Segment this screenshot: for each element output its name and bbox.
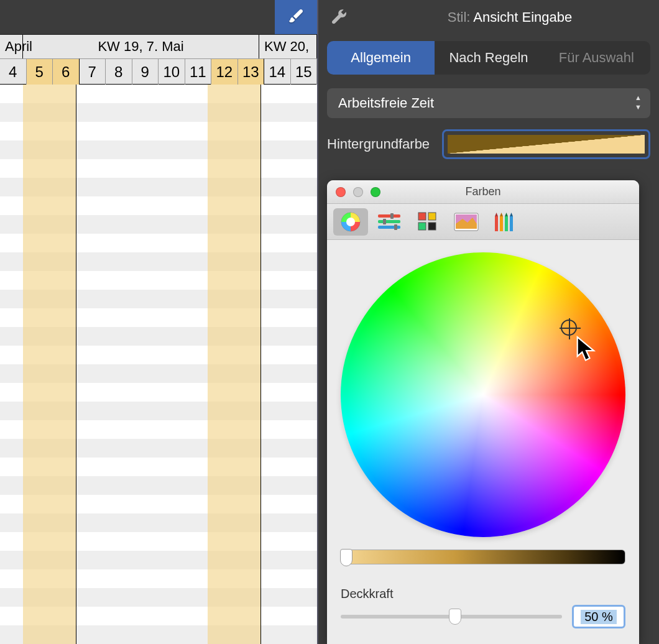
calendar-day-cell[interactable]: 9 <box>132 58 159 85</box>
color-picker-titlebar[interactable]: Farben <box>327 180 639 204</box>
calendar-day-cell[interactable]: 8 <box>106 58 132 85</box>
calendar-day-cell[interactable]: 12 <box>211 58 238 85</box>
calendar-week-label: April <box>0 35 23 58</box>
color-picker-body: Deckkraft 50 % <box>327 240 639 628</box>
calendar-day-cell[interactable]: 11 <box>185 58 212 85</box>
color-sliders-tab[interactable] <box>372 208 407 236</box>
calendar-week-label: KW 19, 7. Mai <box>23 35 259 58</box>
color-picker-tab-row <box>327 204 639 240</box>
color-image-tab[interactable] <box>449 208 484 236</box>
nonworking-highlight <box>23 85 76 644</box>
calendar-day-cell[interactable]: 10 <box>159 58 185 85</box>
svg-marker-18 <box>500 213 503 216</box>
tab-general[interactable]: Allgemein <box>327 41 435 75</box>
svg-rect-10 <box>428 213 436 220</box>
color-picker-title: Farben <box>327 185 639 198</box>
style-target-dropdown[interactable]: Arbeitsfreie Zeit ▲▼ <box>327 88 650 118</box>
svg-rect-8 <box>394 224 397 230</box>
style-brush-button[interactable] <box>275 0 317 34</box>
calendar-day-cell[interactable]: 14 <box>264 58 291 85</box>
inspector-title-label: Stil: <box>448 9 471 25</box>
sliders-icon <box>377 213 402 231</box>
calendar-day-cell[interactable]: 5 <box>27 58 53 85</box>
background-color-row: Hintergrundfarbe <box>327 129 650 159</box>
opacity-thumb[interactable] <box>449 609 461 625</box>
opacity-label: Deckkraft <box>341 587 625 601</box>
calendar-day-cell[interactable]: 4 <box>0 58 27 85</box>
svg-rect-11 <box>418 223 426 230</box>
calendar-day-cell[interactable]: 13 <box>238 58 265 85</box>
calendar-day-cell[interactable]: 15 <box>291 58 318 85</box>
calendar-day-cell[interactable]: 7 <box>80 58 106 85</box>
calendar-week-row: AprilKW 19, 7. MaiKW 20, <box>0 35 317 58</box>
settings-wrench-button[interactable] <box>318 0 361 35</box>
calendar-body <box>0 85 317 644</box>
background-color-swatch[interactable] <box>442 129 650 159</box>
chevron-updown-icon: ▲▼ <box>635 93 642 111</box>
color-wheel[interactable] <box>341 252 625 537</box>
opacity-value: 50 % <box>581 610 617 624</box>
tab-selection[interactable]: Für Auswahl <box>543 41 650 75</box>
dropdown-value: Arbeitsfreie Zeit <box>338 95 434 111</box>
color-pencils-tab[interactable] <box>487 208 522 236</box>
svg-rect-21 <box>510 216 513 231</box>
svg-rect-12 <box>428 223 436 230</box>
opacity-slider[interactable] <box>341 615 562 619</box>
calendar-day-cell[interactable]: 6 <box>53 58 80 85</box>
svg-rect-7 <box>383 219 386 224</box>
svg-marker-16 <box>495 213 498 216</box>
nonworking-highlight <box>208 85 260 644</box>
svg-rect-9 <box>418 213 426 220</box>
svg-rect-6 <box>390 213 394 219</box>
image-icon <box>454 213 479 231</box>
svg-rect-4 <box>378 220 400 223</box>
color-picker-window: Farben <box>327 180 639 644</box>
inspector-title-value: Ansicht Eingabe <box>473 9 572 25</box>
inspector-title: Stil: Ansicht Eingabe <box>361 9 659 25</box>
svg-rect-19 <box>505 216 508 231</box>
svg-marker-22 <box>510 213 513 216</box>
wrench-icon <box>330 7 349 27</box>
inspector-panel: Stil: Ansicht Eingabe Allgemein Nach Reg… <box>317 0 659 644</box>
svg-marker-20 <box>505 213 508 216</box>
calendar-header: AprilKW 19, 7. MaiKW 20, 456789101112131… <box>0 35 317 85</box>
svg-rect-17 <box>500 216 503 231</box>
svg-rect-3 <box>378 214 400 218</box>
brightness-slider[interactable] <box>341 550 625 564</box>
calendar-week-label: KW 20, <box>259 35 317 58</box>
inspector-tabs: Allgemein Nach Regeln Für Auswahl <box>327 41 650 75</box>
color-wheel-tab[interactable] <box>333 208 368 236</box>
tab-rules[interactable]: Nach Regeln <box>435 41 542 75</box>
calendar-day-row: 456789101112131415 <box>0 58 317 85</box>
background-color-label: Hintergrundfarbe <box>327 136 430 152</box>
color-wheel-icon <box>340 211 361 232</box>
calendar-pane: AprilKW 19, 7. MaiKW 20, 456789101112131… <box>0 0 317 644</box>
pencils-icon <box>492 211 517 232</box>
palette-icon <box>417 211 438 232</box>
color-palette-tab[interactable] <box>410 208 445 236</box>
inspector-topbar: Stil: Ansicht Eingabe <box>318 0 659 35</box>
opacity-row: 50 % <box>341 605 625 628</box>
svg-rect-15 <box>495 216 498 231</box>
svg-point-2 <box>346 218 355 226</box>
brush-icon <box>286 7 306 27</box>
calendar-toolbar <box>0 0 317 35</box>
opacity-field[interactable]: 50 % <box>572 605 625 628</box>
color-wheel-area[interactable] <box>341 252 625 537</box>
brightness-thumb[interactable] <box>340 549 353 566</box>
color-swatch-preview <box>448 135 645 154</box>
